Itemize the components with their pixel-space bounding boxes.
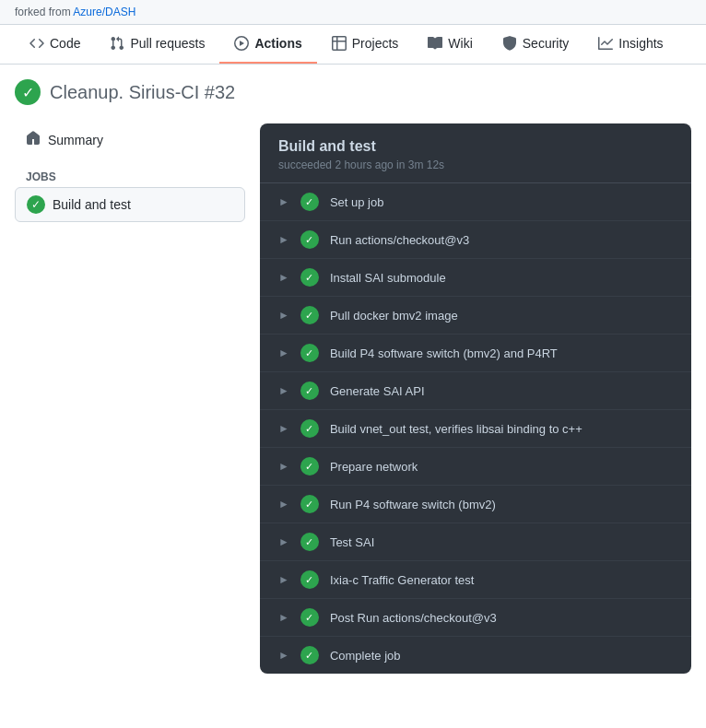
step-label: Run P4 software switch (bmv2) [330,498,496,511]
table-icon [332,36,347,51]
nav-label-security: Security [523,36,570,51]
chevron-right-icon: ► [278,195,289,208]
build-step[interactable]: ► ✓ Prepare network [260,448,691,486]
build-step[interactable]: ► ✓ Build vnet_out test, verifies libsai… [260,410,691,448]
build-step[interactable]: ► ✓ Run P4 software switch (bmv2) [260,486,691,523]
sidebar-job-build-and-test[interactable]: ✓ Build and test [15,187,245,222]
main-layout: Summary Jobs ✓ Build and test Build and … [15,123,691,674]
build-step[interactable]: ► ✓ Post Run actions/checkout@v3 [260,599,691,637]
fork-link[interactable]: Azure/DASH [73,6,135,18]
step-label: Run actions/checkout@v3 [330,233,469,247]
chevron-right-icon: ► [278,271,289,284]
chevron-right-icon: ► [278,233,289,246]
build-panel: Build and test succeeded 2 hours ago in … [260,123,691,674]
workflow-title-normal: Sirius-CI #32 [129,82,236,102]
book-icon [428,36,442,51]
nav-label-pull-requests: Pull requests [130,36,205,51]
build-step[interactable]: ► ✓ Pull docker bmv2 image [260,297,691,335]
step-success-icon: ✓ [300,533,319,551]
step-label: Pull docker bmv2 image [330,309,458,323]
graph-icon [598,36,613,51]
chevron-right-icon: ► [278,460,289,473]
step-success-icon: ✓ [300,193,319,211]
step-label: Build P4 software switch (bmv2) and P4RT [330,346,558,360]
build-step[interactable]: ► ✓ Install SAI submodule [260,259,691,297]
build-step[interactable]: ► ✓ Set up job [260,183,691,221]
step-success-icon: ✓ [300,306,319,324]
page-content: ✓ Cleanup. Sirius-CI #32 Summary Jobs ✓ … [0,65,706,688]
build-step[interactable]: ► ✓ Run actions/checkout@v3 [260,221,691,259]
nav-label-insights: Insights [618,36,663,51]
step-label: Post Run actions/checkout@v3 [330,611,497,625]
build-step[interactable]: ► ✓ Complete job [260,637,691,674]
step-success-icon: ✓ [300,382,319,400]
summary-label: Summary [48,133,103,147]
nav-item-wiki[interactable]: Wiki [413,25,487,64]
step-label: Ixia-c Traffic Generator test [330,573,475,587]
build-step[interactable]: ► ✓ Generate SAI API [260,372,691,410]
chevron-right-icon: ► [278,649,289,662]
fork-banner: forked from Azure/DASH [0,0,706,25]
step-label: Complete job [330,649,401,663]
step-success-icon: ✓ [300,230,319,249]
chevron-right-icon: ► [278,422,289,435]
step-label: Prepare network [330,460,418,474]
chevron-right-icon: ► [278,535,289,548]
sidebar: Summary Jobs ✓ Build and test [15,123,245,222]
code-icon [29,36,44,51]
build-step[interactable]: ► ✓ Ixia-c Traffic Generator test [260,561,691,599]
play-icon [234,36,249,51]
nav-label-actions: Actions [254,36,301,51]
nav-item-actions[interactable]: Actions [219,25,316,64]
step-success-icon: ✓ [300,646,319,664]
nav-item-security[interactable]: Security [488,25,584,64]
nav-item-insights[interactable]: Insights [583,25,677,64]
step-success-icon: ✓ [300,268,319,287]
step-label: Set up job [330,195,384,209]
home-icon [26,131,41,148]
jobs-section-label: Jobs [15,156,245,187]
step-success-icon: ✓ [300,457,319,476]
build-step[interactable]: ► ✓ Test SAI [260,523,691,561]
nav-label-wiki: Wiki [448,36,472,51]
shield-icon [502,36,517,51]
step-label: Generate SAI API [330,384,425,398]
step-label: Install SAI submodule [330,271,446,285]
chevron-right-icon: ► [278,611,289,624]
step-success-icon: ✓ [300,570,319,589]
build-panel-title: Build and test [278,138,673,155]
chevron-right-icon: ► [278,346,289,359]
workflow-heading: Cleanup. Sirius-CI #32 [50,82,235,103]
step-success-icon: ✓ [300,495,319,513]
chevron-right-icon: ► [278,573,289,586]
fork-text: forked from [15,6,73,18]
chevron-right-icon: ► [278,498,289,511]
build-panel-subtitle: succeeded 2 hours ago in 3m 12s [278,159,673,171]
step-label: Test SAI [330,535,374,549]
chevron-right-icon: ► [278,384,289,397]
step-success-icon: ✓ [300,344,319,362]
nav-bar: Code Pull requests Actions Projects [0,25,706,65]
step-success-icon: ✓ [300,419,319,438]
nav-label-projects: Projects [352,36,399,51]
job-label: Build and test [53,197,131,212]
step-label: Build vnet_out test, verifies libsai bin… [330,422,582,436]
workflow-title: ✓ Cleanup. Sirius-CI #32 [15,79,691,105]
step-success-icon: ✓ [300,608,319,627]
job-success-icon: ✓ [27,195,45,214]
build-step[interactable]: ► ✓ Build P4 software switch (bmv2) and … [260,335,691,372]
nav-item-code[interactable]: Code [15,25,95,64]
nav-item-projects[interactable]: Projects [317,25,414,64]
workflow-status-icon: ✓ [15,79,41,105]
nav-label-code: Code [50,36,80,51]
sidebar-summary[interactable]: Summary [15,123,245,156]
steps-container: ► ✓ Set up job ► ✓ Run actions/checkout@… [260,183,691,674]
build-panel-header: Build and test succeeded 2 hours ago in … [260,123,691,183]
chevron-right-icon: ► [278,309,289,322]
git-pull-request-icon [110,36,124,51]
workflow-title-bold: Cleanup. [50,82,124,102]
nav-item-pull-requests[interactable]: Pull requests [95,25,219,64]
